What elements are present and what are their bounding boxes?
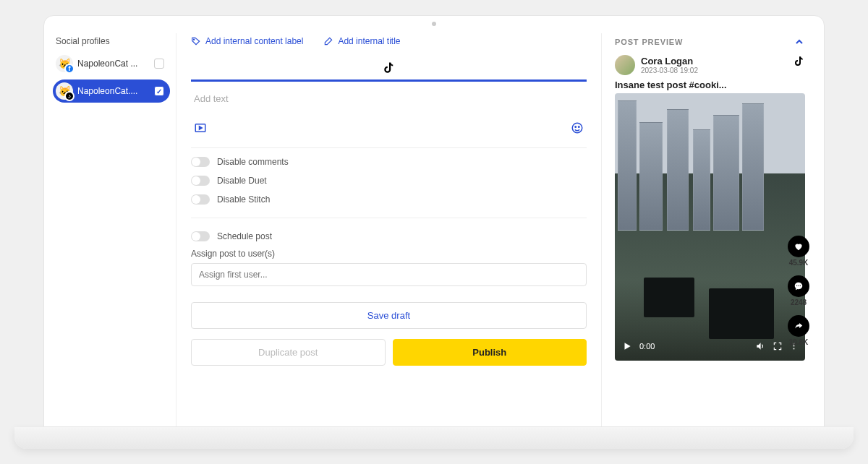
collapse-preview-icon[interactable] [793, 36, 805, 48]
share-icon[interactable] [788, 315, 809, 337]
sidebar-title: Social profiles [53, 36, 170, 46]
preview-username: Cora Logan [641, 56, 698, 66]
svg-point-9 [800, 285, 801, 286]
building-graphic [667, 109, 689, 231]
social-profile-facebook[interactable]: 🐱 f NapoleonCat ... [53, 52, 170, 75]
volume-icon[interactable] [755, 341, 765, 351]
preview-title: POST PREVIEW [615, 38, 683, 46]
laptop-base [14, 427, 854, 449]
building-graphic [639, 122, 663, 231]
platform-tab-tiktok[interactable] [191, 56, 587, 82]
svg-point-4 [575, 126, 576, 128]
building-graphic [618, 100, 637, 231]
svg-point-5 [579, 126, 580, 128]
toggle-switch[interactable] [191, 176, 210, 186]
play-icon[interactable] [622, 341, 632, 351]
toggle-label: Schedule post [217, 231, 272, 241]
building-graphic [693, 129, 710, 231]
edit-icon [323, 36, 333, 46]
composer: Add internal content label Add internal … [176, 33, 602, 426]
assign-user-input[interactable] [191, 263, 587, 286]
post-preview-panel: POST PREVIEW Cora Logan 2023-03-08 19:02 [602, 33, 815, 426]
duplicate-post-button[interactable]: Duplicate post [191, 339, 386, 366]
comment-icon[interactable] [788, 275, 809, 297]
avatar: 🐱 ♪ [56, 82, 73, 100]
assign-label: Assign post to user(s) [191, 249, 587, 259]
tiktok-icon [383, 61, 396, 75]
link-text: Add internal title [338, 36, 400, 46]
toggle-switch[interactable] [191, 157, 210, 167]
toggle-switch[interactable] [191, 194, 210, 205]
toggle-label: Disable Stitch [217, 194, 270, 205]
pool-graphic [644, 278, 694, 317]
tiktok-badge-icon: ♪ [64, 91, 75, 101]
toggle-disable-stitch[interactable]: Disable Stitch [191, 194, 587, 205]
profile-label: NapoleonCat ... [77, 59, 150, 69]
video-time: 0:00 [639, 342, 655, 351]
toggle-disable-comments[interactable]: Disable comments [191, 157, 587, 167]
link-text: Add internal content label [205, 36, 303, 46]
comment-count: 2248 [791, 298, 807, 306]
like-count: 45.9K [789, 259, 809, 267]
add-title-link[interactable]: Add internal title [323, 36, 400, 46]
share-count: 10.8K [789, 338, 809, 346]
video-preview[interactable]: 0:00 ⋮ [615, 93, 805, 361]
toggle-label: Disable Duet [217, 176, 267, 186]
profile-checkbox-checked[interactable]: ✓ [154, 86, 164, 96]
preview-timestamp: 2023-03-08 19:02 [641, 66, 698, 74]
svg-point-8 [798, 285, 799, 286]
svg-marker-6 [625, 343, 631, 349]
building-graphic [713, 115, 739, 231]
tag-icon [191, 36, 201, 46]
avatar: 🐱 f [56, 55, 73, 72]
tiktok-icon [793, 55, 805, 68]
social-profile-tiktok[interactable]: 🐱 ♪ NapoleonCat.... ✓ [53, 80, 170, 103]
svg-point-7 [796, 285, 797, 286]
sidebar: Social profiles 🐱 f NapoleonCat ... 🐱 ♪ … [53, 33, 176, 426]
camera-dot [432, 22, 436, 26]
profile-checkbox[interactable] [154, 59, 164, 69]
svg-marker-2 [200, 126, 203, 130]
toggle-disable-duet[interactable]: Disable Duet [191, 176, 587, 186]
preview-caption: Insane test post #cooki... [615, 80, 805, 90]
like-icon[interactable] [788, 236, 809, 257]
svg-point-0 [193, 39, 194, 40]
save-draft-button[interactable]: Save draft [191, 302, 587, 329]
building-graphic [742, 103, 764, 231]
emoji-picker-icon[interactable] [571, 121, 584, 134]
profile-label: NapoleonCat.... [77, 86, 150, 96]
svg-point-3 [572, 123, 582, 133]
media-attach-icon[interactable] [194, 121, 207, 134]
fullscreen-icon[interactable] [773, 341, 783, 351]
facebook-badge-icon: f [64, 64, 75, 74]
toggle-label: Disable comments [217, 157, 289, 167]
toggle-switch[interactable] [191, 231, 210, 241]
add-content-label-link[interactable]: Add internal content label [191, 36, 303, 46]
post-text-input[interactable]: Add text [191, 82, 587, 121]
toggle-schedule-post[interactable]: Schedule post [191, 231, 587, 241]
publish-button[interactable]: Publish [393, 339, 587, 366]
preview-avatar [615, 55, 635, 75]
